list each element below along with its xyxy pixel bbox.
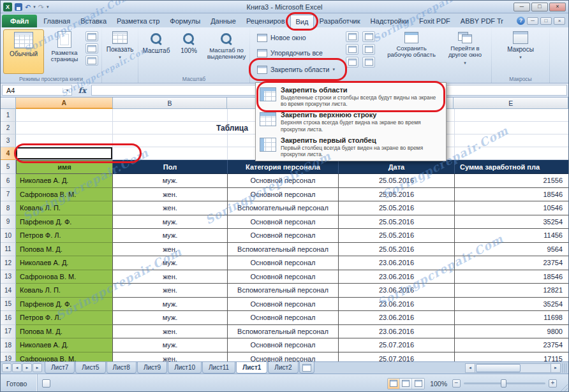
row-header-16[interactable]: 16 — [1, 311, 16, 325]
row-header-19[interactable]: 19 — [1, 352, 16, 362]
last-sheet-icon[interactable]: ► — [33, 363, 42, 372]
zoom-thumb[interactable] — [501, 379, 506, 388]
cell-B7[interactable]: жен. — [113, 188, 228, 202]
cell-C5[interactable]: Категория персонала — [228, 160, 339, 174]
ribbon-tab-0[interactable]: Файл — [2, 15, 37, 27]
cell-A8[interactable]: Коваль Л. П. — [16, 201, 113, 215]
zoom-100-button[interactable]: 100% — [174, 29, 203, 54]
cell-A13[interactable]: Сафронова В. М. — [16, 270, 113, 284]
cell-B18[interactable]: муж. — [113, 338, 228, 352]
sheet-tab-0[interactable]: Лист7 — [45, 362, 75, 374]
cell-A11[interactable]: Попова М. Д. — [16, 243, 113, 257]
cell-A14[interactable]: Коваль Л. П. — [16, 284, 113, 298]
cell-D9[interactable]: 25.05.2016 — [339, 215, 455, 229]
cell-B14[interactable]: жен. — [113, 284, 228, 298]
arrange-all-button[interactable]: Упорядочить все — [254, 46, 326, 60]
cell-E3[interactable] — [455, 134, 568, 147]
hide-button[interactable] — [346, 44, 358, 55]
zoom-level[interactable]: 100% — [430, 380, 447, 388]
cell-E4[interactable] — [455, 147, 568, 160]
split-button[interactable] — [346, 31, 358, 42]
undo-dropdown-icon[interactable]: ▾ — [33, 3, 36, 11]
cell-E13[interactable]: 18546 — [455, 270, 568, 284]
new-window-button[interactable]: Новое окно — [254, 31, 309, 45]
cell-E11[interactable]: 9564 — [455, 243, 568, 257]
unhide-button[interactable] — [346, 57, 358, 68]
cell-D18[interactable]: 25.07.2016 — [339, 338, 455, 352]
help-icon[interactable]: ? — [517, 17, 525, 25]
row-header-11[interactable]: 11 — [1, 243, 16, 257]
tab-splitter[interactable] — [562, 363, 567, 373]
row-header-18[interactable]: 18 — [1, 338, 16, 352]
sheet-tab-4[interactable]: Лист10 — [168, 362, 202, 374]
sheet-tab-2[interactable]: Лист8 — [107, 362, 137, 374]
cell-B3[interactable] — [113, 134, 228, 147]
cell-A5[interactable]: имя — [16, 160, 113, 174]
cell-D7[interactable]: 25.05.2016 — [339, 188, 455, 202]
cell-B8[interactable]: жен. — [113, 201, 228, 215]
previous-sheet-icon[interactable]: ◄ — [12, 363, 22, 372]
row-header-7[interactable]: 7 — [1, 188, 16, 202]
ribbon-tab-3[interactable]: Разметка стр — [112, 15, 165, 27]
scroll-right-icon[interactable]: ► — [551, 363, 561, 373]
normal-view-button[interactable]: Обычный — [3, 29, 44, 74]
cell-C10[interactable]: Основной персонал — [228, 229, 339, 243]
cell-B1[interactable] — [113, 109, 228, 122]
scrollbar-track[interactable] — [475, 363, 551, 373]
ribbon-tab-1[interactable]: Главная — [38, 15, 75, 27]
row-header-1[interactable]: 1 — [1, 109, 16, 122]
cell-B13[interactable]: жен. — [113, 270, 228, 284]
cell-A17[interactable]: Попова М. Д. — [16, 325, 113, 339]
excel-app-icon[interactable]: X — [3, 3, 12, 11]
cell-B11[interactable]: жен. — [113, 243, 228, 257]
cell-C6[interactable]: Основной персонал — [228, 174, 339, 188]
cell-A18[interactable]: Николаев А. Д. — [16, 338, 113, 352]
cell-A10[interactable]: Петров Ф. Л. — [16, 229, 113, 243]
row-header-9[interactable]: 9 — [1, 215, 16, 229]
insert-function-button[interactable]: fx — [73, 83, 91, 97]
scroll-left-icon[interactable]: ◄ — [465, 363, 475, 373]
ribbon-tab-9[interactable]: Надстройки — [366, 15, 414, 27]
reset-window-position-button[interactable] — [362, 57, 375, 68]
cell-B6[interactable]: муж. — [113, 174, 228, 188]
sheet-tab-7[interactable]: Лист2 — [268, 362, 298, 374]
row-header-6[interactable]: 6 — [1, 174, 16, 188]
select-all-corner[interactable] — [1, 98, 16, 109]
ribbon-tab-11[interactable]: ABBY PDF Tr — [455, 15, 508, 27]
scrollbar-thumb[interactable] — [476, 364, 521, 372]
cell-C16[interactable]: Основной персонал — [228, 311, 339, 325]
row-header-15[interactable]: 15 — [1, 298, 16, 312]
save-workspace-button[interactable]: Сохранить рабочую область — [384, 30, 439, 59]
row-header-2[interactable]: 2 — [1, 122, 16, 134]
cell-E19[interactable]: 17115 — [455, 352, 568, 362]
first-sheet-icon[interactable]: ◄ — [2, 363, 11, 372]
cell-C8[interactable]: Вспомогательный персонал — [228, 201, 339, 215]
cell-B12[interactable]: муж. — [113, 256, 228, 270]
column-header-E[interactable]: E — [454, 98, 568, 109]
macro-record-icon[interactable] — [42, 379, 50, 388]
cell-A1[interactable] — [16, 109, 113, 122]
switch-windows-button[interactable]: Перейти в другое окно ▾ — [441, 30, 489, 66]
cell-B5[interactable]: Пол — [113, 160, 228, 174]
cell-E10[interactable]: 11456 — [455, 229, 568, 243]
cell-B2[interactable] — [113, 122, 228, 134]
row-header-12[interactable]: 12 — [1, 256, 16, 270]
cell-A16[interactable]: Петров Ф. Л. — [16, 311, 113, 325]
cell-D6[interactable]: 25.05.2016 — [339, 174, 455, 188]
zoom-button[interactable]: Масштаб — [140, 29, 173, 54]
cell-C13[interactable]: Основной персонал — [228, 270, 339, 284]
cell-A9[interactable]: Парфенов Д. Ф. — [16, 215, 113, 229]
cell-D10[interactable]: 25.05.2016 — [339, 229, 455, 243]
cell-C9[interactable]: Основной персонал — [228, 215, 339, 229]
full-screen-button[interactable] — [85, 55, 98, 66]
ribbon-tab-10[interactable]: Foxit PDF — [414, 15, 455, 27]
sheet-tab-6[interactable]: Лист1 — [236, 362, 267, 374]
cell-D14[interactable]: 23.06.2016 — [339, 284, 455, 298]
cell-D19[interactable]: 25.07.2016 — [339, 352, 455, 362]
cell-B10[interactable]: муж. — [113, 229, 228, 243]
minimize-button[interactable]: ─ — [514, 3, 530, 11]
row-header-8[interactable]: 8 — [1, 201, 16, 215]
row-header-17[interactable]: 17 — [1, 325, 16, 339]
cell-B15[interactable]: муж. — [113, 298, 228, 312]
row-header-3[interactable]: 3 — [1, 134, 16, 147]
